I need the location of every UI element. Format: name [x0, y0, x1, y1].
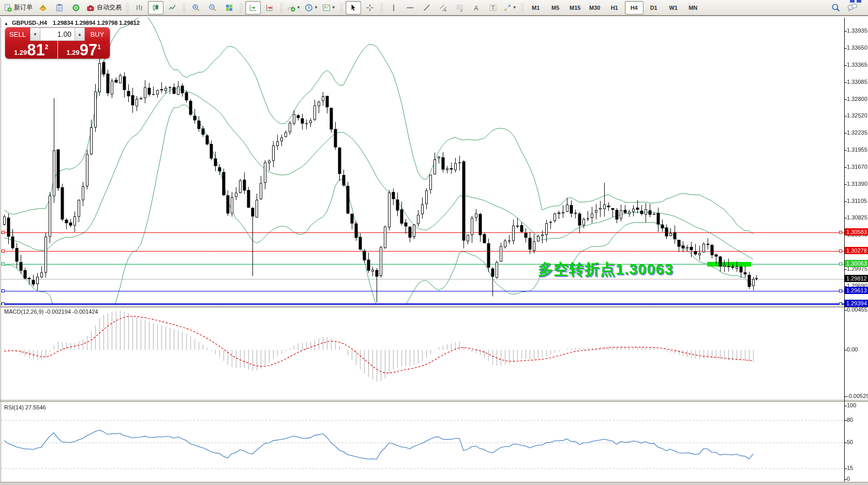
price-axis-tick: 1.31390 [847, 181, 867, 187]
price-axis-tick: 1.33935 [847, 27, 867, 34]
autotrading-button[interactable]: 自动交易 [85, 1, 123, 14]
buy-price-prefix: 1.29 [67, 49, 80, 56]
svg-text:F: F [460, 9, 462, 12]
new-order-icon [4, 4, 12, 12]
timeframe-button-m5[interactable]: M5 [546, 1, 565, 14]
new-order-label: 新订单 [14, 3, 33, 12]
svg-text:E: E [444, 9, 446, 12]
timeframe-button-m1[interactable]: M1 [527, 1, 545, 14]
chart-canvas[interactable] [0, 16, 868, 485]
price-level-label: 1.29613 [845, 287, 868, 294]
price-axis-tick: 1.31955 [847, 146, 867, 153]
toolbar-grip [340, 3, 343, 13]
cursor-tool-button[interactable] [346, 1, 361, 14]
line-chart-icon [168, 4, 176, 12]
price-axis-tick: 1.31105 [847, 198, 867, 204]
timeframe-button-d1[interactable]: D1 [645, 1, 663, 14]
volume-decrease-button[interactable]: ▼ [30, 27, 40, 41]
rsi-axis-tick: 80 [847, 417, 853, 423]
toolbar-grip [126, 3, 129, 13]
search-button[interactable] [828, 1, 844, 14]
periods-clock-icon [305, 4, 313, 12]
macd-axis-tick: 0.00 [847, 346, 858, 352]
text-label-tool-button[interactable]: T [485, 1, 501, 14]
data-window-button[interactable] [52, 1, 67, 14]
sell-price-display[interactable]: 1.29 81 2 [5, 41, 57, 58]
tile-windows-button[interactable] [221, 1, 237, 14]
crosshair-tool-button[interactable] [362, 1, 378, 14]
chart-symbol-period: GBPUSD-,H4 [12, 20, 47, 26]
timeframe-button-mn[interactable]: MN [684, 1, 702, 14]
chart-shift-button[interactable] [262, 1, 277, 14]
trendline-tool-button[interactable] [419, 1, 435, 14]
templates-button[interactable]: ▼ [321, 1, 337, 14]
periods-button[interactable]: ▼ [303, 1, 320, 14]
price-level-label: 1.29394 [845, 300, 868, 307]
auto-scroll-button[interactable] [245, 1, 261, 14]
navigator-icon [72, 4, 80, 12]
macd-axis-tick: 0.004551 [847, 306, 868, 313]
cursor-icon [349, 4, 357, 12]
svg-text:A: A [474, 4, 478, 11]
price-axis-tick: 1.33365 [847, 62, 867, 68]
arrows-icon [503, 4, 512, 12]
zoom-in-icon [192, 4, 200, 12]
collapse-panel-icon[interactable]: ▲ [4, 21, 8, 26]
chart-ohlc-values: 1.29834 1.29894 1.29798 1.29812 [53, 20, 140, 26]
price-axis-tick: 1.31670 [847, 164, 867, 170]
new-order-button[interactable]: 新订单 [2, 1, 34, 14]
text-icon: A [472, 4, 481, 12]
navigator-button[interactable] [68, 1, 84, 14]
chart-workspace: ▲ GBPUSD-,H4 1.29834 1.29894 1.29798 1.2… [0, 16, 868, 485]
price-axis-tick: 1.32235 [847, 129, 867, 136]
timeframe-button-h4[interactable]: H4 [625, 1, 643, 14]
buy-price-point: 1 [97, 43, 101, 51]
timeframe-button-m15[interactable]: M15 [566, 1, 585, 14]
zoom-out-icon [208, 4, 217, 12]
price-level-label: 1.29812 [845, 275, 868, 282]
price-level-label: 1.30063 [845, 260, 868, 267]
toolbar-grip [240, 3, 243, 13]
main-toolbar: 新订单 自动交易 [0, 0, 868, 16]
fibonacci-tool-button[interactable]: F [452, 1, 468, 14]
horizontal-line-tool-button[interactable] [402, 1, 418, 14]
buy-price-display[interactable]: 1.29 97 1 [58, 41, 110, 58]
timeframe-button-w1[interactable]: W1 [664, 1, 683, 14]
volume-input[interactable]: 1.00 [40, 27, 74, 41]
bar-chart-button[interactable] [131, 1, 147, 14]
search-icon [831, 3, 841, 12]
indicators-button[interactable]: ▼ [286, 1, 302, 14]
timeframe-button-h1[interactable]: H1 [605, 1, 624, 14]
market-watch-icon [39, 4, 47, 12]
templates-icon [322, 4, 331, 12]
price-axis-tick: 1.32520 [847, 112, 867, 119]
buy-price-pips: 97 [80, 42, 97, 58]
arrows-tool-button[interactable]: ▼ [502, 1, 518, 14]
vertical-line-tool-button[interactable] [386, 1, 401, 14]
equidistant-channel-icon: E [439, 4, 447, 12]
window-restore-button[interactable] [850, 0, 855, 3]
candlestick-chart-button[interactable] [148, 1, 163, 14]
zoom-in-button[interactable] [188, 1, 204, 14]
volume-increase-button[interactable]: ▲ [74, 27, 85, 41]
price-axis-tick: 1.32800 [847, 96, 867, 102]
rsi-axis-tick: 100 [847, 402, 856, 408]
line-chart-button[interactable] [164, 1, 180, 14]
trendline-icon [423, 4, 431, 12]
zoom-out-button[interactable] [205, 1, 220, 14]
chat-icon [847, 3, 858, 12]
text-label-icon: T [489, 4, 497, 12]
dropdown-caret: ▼ [513, 5, 517, 10]
timeframe-button-m30[interactable]: M30 [586, 1, 604, 14]
buy-button[interactable]: BUY [85, 27, 110, 41]
window-close-button[interactable] [857, 0, 861, 3]
chat-button[interactable] [845, 1, 860, 14]
market-watch-button[interactable] [35, 1, 51, 14]
auto-scroll-icon [249, 4, 257, 12]
sell-button[interactable]: SELL [5, 27, 30, 41]
toolbar-grip [380, 3, 383, 13]
text-tool-button[interactable]: A [469, 1, 484, 14]
timeframe-group: M1M5M15M30H1H4D1W1MN [526, 1, 703, 14]
equidistant-channel-tool-button[interactable]: E [436, 1, 451, 14]
macd-axis-tick: -0.005295 [847, 393, 868, 399]
